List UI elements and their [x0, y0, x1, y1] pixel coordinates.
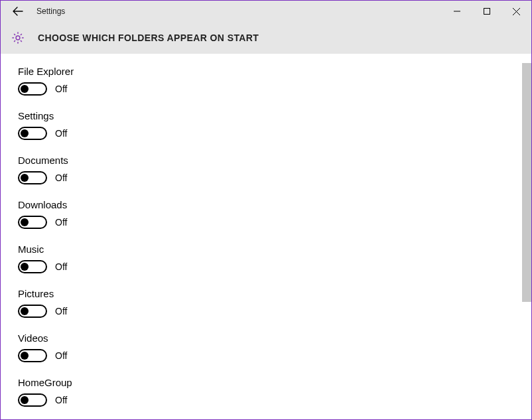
- close-icon: [513, 8, 520, 15]
- scrollbar-thumb[interactable]: [522, 63, 531, 302]
- setting-music: Music Off: [18, 244, 522, 273]
- minimize-button[interactable]: [442, 1, 472, 22]
- back-button[interactable]: [7, 1, 29, 22]
- toggle-knob: [21, 85, 29, 93]
- toggle-state: Off: [55, 395, 67, 405]
- toggle-downloads[interactable]: [18, 216, 47, 229]
- page-header: CHOOSE WHICH FOLDERS APPEAR ON START: [1, 22, 531, 54]
- minimize-icon: [454, 8, 460, 15]
- settings-window: Settings: [0, 0, 532, 420]
- toggle-state: Off: [55, 84, 67, 94]
- setting-label: HomeGroup: [18, 377, 522, 388]
- toggle-knob: [21, 396, 29, 404]
- setting-downloads: Downloads Off: [18, 199, 522, 229]
- toggle-state: Off: [55, 217, 67, 228]
- toggle-videos[interactable]: [18, 349, 47, 362]
- toggle-knob: [21, 218, 29, 226]
- toggle-music[interactable]: [18, 260, 47, 273]
- maximize-button[interactable]: [472, 1, 501, 22]
- window-title: Settings: [36, 7, 65, 16]
- toggle-knob: [21, 263, 29, 271]
- titlebar: Settings: [1, 1, 531, 22]
- setting-settings: Settings Off: [18, 110, 522, 140]
- back-arrow-icon: [12, 5, 24, 17]
- page-heading: CHOOSE WHICH FOLDERS APPEAR ON START: [38, 33, 259, 43]
- toggle-settings[interactable]: [18, 127, 47, 140]
- settings-list: File Explorer Off Settings Off Documents…: [1, 54, 522, 419]
- window-controls: [442, 1, 531, 22]
- setting-label: Settings: [18, 110, 522, 121]
- setting-label: Pictures: [18, 288, 522, 299]
- maximize-icon: [484, 8, 490, 15]
- toggle-knob: [21, 307, 29, 315]
- toggle-state: Off: [55, 173, 67, 183]
- toggle-homegroup[interactable]: [18, 393, 47, 407]
- toggle-state: Off: [55, 128, 67, 139]
- close-button[interactable]: [501, 1, 531, 22]
- setting-label: Documents: [18, 155, 522, 166]
- toggle-pictures[interactable]: [18, 305, 47, 318]
- toggle-file-explorer[interactable]: [18, 82, 47, 96]
- svg-point-4: [16, 36, 20, 40]
- toggle-knob: [21, 174, 29, 182]
- setting-label: File Explorer: [18, 66, 522, 77]
- toggle-documents[interactable]: [18, 171, 47, 184]
- setting-label: Downloads: [18, 199, 522, 210]
- toggle-state: Off: [55, 350, 67, 361]
- svg-rect-1: [484, 9, 490, 15]
- toggle-state: Off: [55, 306, 67, 316]
- setting-videos: Videos Off: [18, 332, 522, 362]
- toggle-knob: [21, 129, 29, 137]
- toggle-state: Off: [55, 261, 67, 272]
- setting-documents: Documents Off: [18, 155, 522, 184]
- toggle-knob: [21, 352, 29, 360]
- setting-label: Videos: [18, 332, 522, 344]
- content-area: File Explorer Off Settings Off Documents…: [1, 54, 531, 419]
- setting-homegroup: HomeGroup Off: [18, 377, 522, 407]
- setting-pictures: Pictures Off: [18, 288, 522, 318]
- gear-icon: [10, 30, 26, 46]
- setting-label: Music: [18, 244, 522, 255]
- scrollbar[interactable]: [522, 63, 531, 419]
- setting-file-explorer: File Explorer Off: [18, 66, 522, 96]
